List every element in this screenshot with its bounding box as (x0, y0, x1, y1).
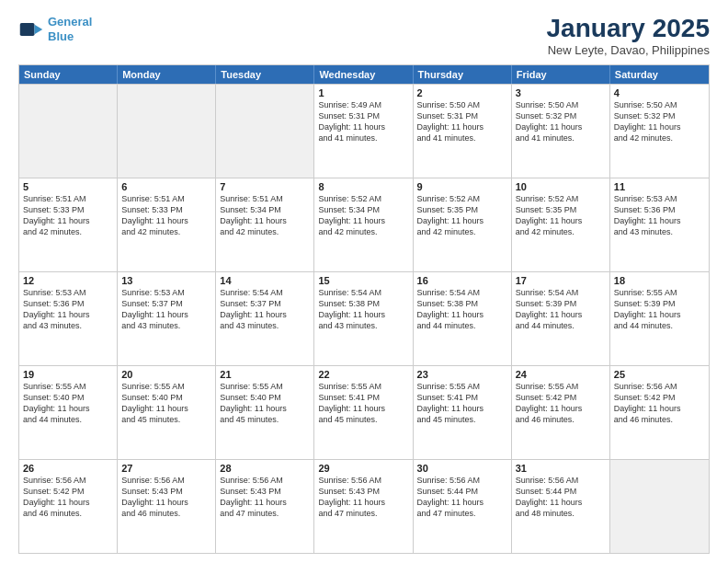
day-info: Sunrise: 5:55 AM Sunset: 5:41 PM Dayligh… (318, 381, 408, 426)
weekday-header: Thursday (414, 65, 512, 84)
day-number: 13 (121, 275, 211, 286)
day-info: Sunrise: 5:56 AM Sunset: 5:44 PM Dayligh… (516, 475, 606, 520)
day-number: 22 (318, 369, 408, 380)
day-info: Sunrise: 5:55 AM Sunset: 5:40 PM Dayligh… (121, 381, 211, 426)
calendar-cell: 29Sunrise: 5:56 AM Sunset: 5:43 PM Dayli… (314, 460, 413, 553)
calendar-row: 26Sunrise: 5:56 AM Sunset: 5:42 PM Dayli… (19, 459, 709, 553)
svg-rect-0 (20, 23, 35, 36)
calendar-cell: 21Sunrise: 5:55 AM Sunset: 5:40 PM Dayli… (216, 366, 314, 459)
calendar-cell: 7Sunrise: 5:51 AM Sunset: 5:34 PM Daylig… (216, 178, 314, 271)
calendar-cell: 25Sunrise: 5:56 AM Sunset: 5:42 PM Dayli… (610, 366, 709, 459)
calendar-cell: 2Sunrise: 5:50 AM Sunset: 5:31 PM Daylig… (414, 85, 512, 178)
svg-marker-1 (35, 24, 43, 34)
page: General Blue January 2025 New Leyte, Dav… (0, 0, 728, 563)
day-info: Sunrise: 5:49 AM Sunset: 5:31 PM Dayligh… (318, 99, 408, 144)
calendar-cell: 20Sunrise: 5:55 AM Sunset: 5:40 PM Dayli… (118, 366, 216, 459)
day-number: 19 (23, 369, 113, 380)
day-info: Sunrise: 5:50 AM Sunset: 5:32 PM Dayligh… (516, 99, 606, 144)
calendar-cell: 22Sunrise: 5:55 AM Sunset: 5:41 PM Dayli… (314, 366, 413, 459)
calendar-cell: 28Sunrise: 5:56 AM Sunset: 5:43 PM Dayli… (216, 460, 314, 553)
calendar-cell: 26Sunrise: 5:56 AM Sunset: 5:42 PM Dayli… (19, 460, 118, 553)
day-info: Sunrise: 5:56 AM Sunset: 5:42 PM Dayligh… (23, 475, 113, 520)
day-info: Sunrise: 5:56 AM Sunset: 5:43 PM Dayligh… (220, 475, 310, 520)
calendar-cell: 16Sunrise: 5:54 AM Sunset: 5:38 PM Dayli… (414, 272, 512, 365)
day-info: Sunrise: 5:50 AM Sunset: 5:31 PM Dayligh… (417, 99, 507, 144)
day-info: Sunrise: 5:54 AM Sunset: 5:38 PM Dayligh… (417, 287, 507, 332)
calendar-cell (216, 85, 314, 178)
day-info: Sunrise: 5:54 AM Sunset: 5:37 PM Dayligh… (220, 287, 310, 332)
calendar-cell: 19Sunrise: 5:55 AM Sunset: 5:40 PM Dayli… (19, 366, 118, 459)
calendar-cell: 6Sunrise: 5:51 AM Sunset: 5:33 PM Daylig… (118, 178, 216, 271)
subtitle: New Leyte, Davao, Philippines (547, 43, 710, 57)
calendar-cell: 4Sunrise: 5:50 AM Sunset: 5:32 PM Daylig… (610, 85, 709, 178)
day-number: 25 (614, 369, 705, 380)
day-info: Sunrise: 5:50 AM Sunset: 5:32 PM Dayligh… (614, 99, 705, 144)
day-info: Sunrise: 5:55 AM Sunset: 5:39 PM Dayligh… (614, 287, 705, 332)
weekday-header: Sunday (19, 65, 118, 84)
day-info: Sunrise: 5:54 AM Sunset: 5:38 PM Dayligh… (318, 287, 408, 332)
calendar-cell: 10Sunrise: 5:52 AM Sunset: 5:35 PM Dayli… (512, 178, 610, 271)
calendar-cell: 11Sunrise: 5:53 AM Sunset: 5:36 PM Dayli… (610, 178, 709, 271)
calendar-cell: 27Sunrise: 5:56 AM Sunset: 5:43 PM Dayli… (118, 460, 216, 553)
day-number: 4 (614, 87, 705, 98)
day-number: 12 (23, 275, 113, 286)
logo-line2: Blue (48, 29, 74, 43)
day-info: Sunrise: 5:51 AM Sunset: 5:33 PM Dayligh… (121, 193, 211, 238)
day-number: 2 (417, 87, 507, 98)
day-number: 26 (23, 463, 113, 474)
calendar-cell: 8Sunrise: 5:52 AM Sunset: 5:34 PM Daylig… (314, 178, 413, 271)
calendar-cell: 30Sunrise: 5:56 AM Sunset: 5:44 PM Dayli… (414, 460, 512, 553)
day-number: 11 (614, 181, 705, 192)
day-number: 16 (417, 275, 507, 286)
day-number: 14 (220, 275, 310, 286)
day-number: 5 (23, 181, 113, 192)
logo-line1: General (48, 15, 92, 29)
header: General Blue January 2025 New Leyte, Dav… (18, 15, 710, 57)
calendar-cell: 12Sunrise: 5:53 AM Sunset: 5:36 PM Dayli… (19, 272, 118, 365)
day-info: Sunrise: 5:53 AM Sunset: 5:36 PM Dayligh… (614, 193, 705, 238)
calendar-cell: 13Sunrise: 5:53 AM Sunset: 5:37 PM Dayli… (118, 272, 216, 365)
day-info: Sunrise: 5:55 AM Sunset: 5:42 PM Dayligh… (516, 381, 606, 426)
day-info: Sunrise: 5:55 AM Sunset: 5:40 PM Dayligh… (220, 381, 310, 426)
day-info: Sunrise: 5:56 AM Sunset: 5:42 PM Dayligh… (614, 381, 705, 426)
calendar-cell: 14Sunrise: 5:54 AM Sunset: 5:37 PM Dayli… (216, 272, 314, 365)
calendar-cell (19, 85, 118, 178)
day-number: 20 (121, 369, 211, 380)
day-info: Sunrise: 5:51 AM Sunset: 5:34 PM Dayligh… (220, 193, 310, 238)
calendar-cell: 31Sunrise: 5:56 AM Sunset: 5:44 PM Dayli… (512, 460, 610, 553)
day-number: 18 (614, 275, 705, 286)
calendar-row: 19Sunrise: 5:55 AM Sunset: 5:40 PM Dayli… (19, 365, 709, 459)
title-block: January 2025 New Leyte, Davao, Philippin… (547, 15, 710, 57)
calendar-row: 5Sunrise: 5:51 AM Sunset: 5:33 PM Daylig… (19, 178, 709, 271)
day-info: Sunrise: 5:53 AM Sunset: 5:37 PM Dayligh… (121, 287, 211, 332)
calendar-cell: 23Sunrise: 5:55 AM Sunset: 5:41 PM Dayli… (414, 366, 512, 459)
day-info: Sunrise: 5:56 AM Sunset: 5:44 PM Dayligh… (417, 475, 507, 520)
day-number: 24 (516, 369, 606, 380)
day-info: Sunrise: 5:55 AM Sunset: 5:41 PM Dayligh… (417, 381, 507, 426)
calendar-cell (118, 85, 216, 178)
calendar-cell: 5Sunrise: 5:51 AM Sunset: 5:33 PM Daylig… (19, 178, 118, 271)
calendar-cell: 24Sunrise: 5:55 AM Sunset: 5:42 PM Dayli… (512, 366, 610, 459)
calendar-row: 1Sunrise: 5:49 AM Sunset: 5:31 PM Daylig… (19, 84, 709, 178)
calendar-cell: 9Sunrise: 5:52 AM Sunset: 5:35 PM Daylig… (414, 178, 512, 271)
day-number: 1 (318, 87, 408, 98)
calendar-header: SundayMondayTuesdayWednesdayThursdayFrid… (19, 65, 709, 84)
day-number: 7 (220, 181, 310, 192)
day-number: 17 (516, 275, 606, 286)
weekday-header: Saturday (610, 65, 709, 84)
day-number: 27 (121, 463, 211, 474)
day-number: 21 (220, 369, 310, 380)
day-info: Sunrise: 5:52 AM Sunset: 5:34 PM Dayligh… (318, 193, 408, 238)
day-info: Sunrise: 5:52 AM Sunset: 5:35 PM Dayligh… (417, 193, 507, 238)
main-title: January 2025 (547, 15, 710, 43)
day-number: 28 (220, 463, 310, 474)
calendar-cell: 3Sunrise: 5:50 AM Sunset: 5:32 PM Daylig… (512, 85, 610, 178)
day-number: 6 (121, 181, 211, 192)
calendar: SundayMondayTuesdayWednesdayThursdayFrid… (18, 64, 710, 554)
day-number: 8 (318, 181, 408, 192)
day-number: 29 (318, 463, 408, 474)
calendar-cell: 18Sunrise: 5:55 AM Sunset: 5:39 PM Dayli… (610, 272, 709, 365)
day-info: Sunrise: 5:56 AM Sunset: 5:43 PM Dayligh… (318, 475, 408, 520)
calendar-cell (610, 460, 709, 553)
day-info: Sunrise: 5:51 AM Sunset: 5:33 PM Dayligh… (23, 193, 113, 238)
